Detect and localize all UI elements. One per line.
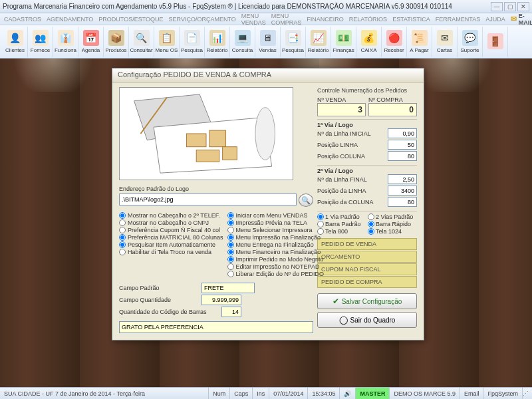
option-check[interactable]: Menu Impressão na Finalização: [227, 234, 324, 241]
via1-field: Posição COLUNA: [317, 151, 417, 161]
status-master: MASTER: [356, 388, 390, 399]
option-check[interactable]: Mostrar no Cabeçalho o CNPJ: [119, 219, 223, 226]
option-check[interactable]: Menu Financeiro na Finalização: [227, 249, 324, 255]
toolbar-pesquisa[interactable]: 📑Pesquisa: [281, 27, 306, 57]
via2-input[interactable]: [388, 174, 417, 184]
exit-icon: 🚪: [487, 33, 503, 49]
toolbar-caixa[interactable]: 💰CAIXA: [356, 27, 382, 57]
option-check[interactable]: Mostrar no Cabeçalho o 2º TELEF.: [119, 212, 223, 219]
barcode-qty-input[interactable]: [221, 307, 241, 317]
option-check[interactable]: Pesquisar Item Automaticamente: [119, 241, 223, 248]
toolbar-fornece[interactable]: 👥Fornece: [28, 27, 53, 57]
doc-type-box[interactable]: PEDIDO DE VENDA: [317, 238, 417, 250]
option-check[interactable]: Menu Selecionar Impressora: [227, 227, 324, 233]
layout-radio[interactable]: 1 Via Padrão: [317, 213, 366, 220]
via1-field: Posição LINHA: [317, 140, 417, 150]
option-check[interactable]: Preferência MATRICIAL 80 Colunas: [119, 234, 223, 241]
toolbar-produtos[interactable]: 📦Produtos: [104, 27, 129, 57]
menu-item[interactable]: SERVIÇO/ORÇAMENTO: [169, 16, 236, 23]
email-menu[interactable]: E-MAIL: [511, 13, 532, 26]
logo-path-label: Endereço Padrão do Logo: [119, 186, 313, 192]
campo-padrao-input[interactable]: [201, 283, 255, 293]
option-check[interactable]: Preferência Cupom Ñ Fiscal 40 col: [119, 227, 223, 233]
toolbar-consulta[interactable]: 💻Consulta: [230, 27, 255, 57]
consultar-icon: 🔍: [134, 30, 150, 46]
produtos-icon: 📦: [108, 30, 124, 46]
doc-type-box[interactable]: PEDIDO DE COMPRA: [317, 276, 417, 288]
menu os-icon: 📋: [159, 30, 175, 46]
toolbar-a pagar[interactable]: 📜A Pagar: [407, 27, 432, 57]
layout-radio[interactable]: Barra Padrão: [317, 221, 366, 227]
menu-item[interactable]: RELATÓRIOS: [349, 16, 387, 23]
via2-input[interactable]: [388, 197, 417, 207]
toolbar-consultar[interactable]: 🔍Consultar: [129, 27, 154, 57]
via1-input[interactable]: [388, 151, 417, 161]
toolbar-funciona[interactable]: 👔Funciona: [53, 27, 78, 57]
controle-label: Controle Numeração dos Pedidos: [317, 87, 417, 94]
toolbar-agenda[interactable]: 📅Agenda: [78, 27, 104, 57]
option-check[interactable]: Editar Impressão no NOTEPAD: [227, 263, 324, 270]
menu-item[interactable]: FERRAMENTAS: [436, 16, 480, 23]
toolbar-suporte[interactable]: 💬Suporte: [458, 27, 483, 57]
maximize-button[interactable]: ▢: [504, 2, 516, 11]
menu-item[interactable]: FINANCEIRO: [307, 16, 344, 23]
toolbar-receber[interactable]: 🔴Receber: [382, 27, 407, 57]
svg-rect-5: [196, 150, 219, 162]
layout-radio[interactable]: Tela 1024: [368, 228, 417, 235]
option-check[interactable]: Liberar Edição do Nº do PEDIDO: [227, 271, 324, 277]
status-caps: Caps: [230, 388, 253, 399]
via2-input[interactable]: [388, 186, 417, 196]
status-date: 07/01/2014: [269, 388, 308, 399]
option-check[interactable]: Impressão Prévia na TELA: [227, 219, 324, 226]
toolbar-clientes[interactable]: 👤Clientes: [3, 27, 28, 57]
layout-radio[interactable]: Tela 800: [317, 228, 366, 235]
menu-item[interactable]: AJUDA: [485, 16, 505, 23]
clientes-icon: 👤: [7, 30, 23, 46]
menu-item[interactable]: MENU COMPRAS: [271, 13, 302, 26]
status-time: 15:34:05: [308, 388, 340, 399]
status-fpq: FpqSystem: [483, 388, 523, 399]
option-check[interactable]: Iniciar com Menu VENDAS: [227, 212, 324, 219]
layout-radio[interactable]: 2 Vias Padrão: [368, 213, 417, 220]
menu-item[interactable]: ESTATISTICA: [392, 16, 430, 23]
minimize-button[interactable]: —: [491, 2, 503, 11]
menu-item[interactable]: PRODUTOS/ESTOQUE: [98, 16, 163, 23]
browse-logo-button[interactable]: 🔍: [299, 194, 313, 207]
toolbar-pesquisa[interactable]: 📄Pesquisa: [180, 27, 205, 57]
toolbar-exit[interactable]: 🚪: [483, 27, 508, 57]
toolbar-cartas[interactable]: ✉Cartas: [432, 27, 458, 57]
illustration: [119, 87, 293, 180]
toolbar-vendas[interactable]: 🖥Vendas: [255, 27, 281, 57]
suporte-icon: 💬: [462, 30, 478, 46]
layout-radio[interactable]: Barra Rápido: [368, 221, 417, 227]
status-num: Num: [209, 388, 230, 399]
option-check[interactable]: Habilitar di Tela Troco na venda: [119, 249, 223, 255]
toolbar-finanças[interactable]: 💵Finanças: [331, 27, 356, 57]
consulta-icon: 💻: [235, 30, 251, 46]
option-check[interactable]: Menu Entrega na Finalização: [227, 241, 324, 248]
via1-field: Nº da Linha INICIAL: [317, 128, 417, 138]
resize-grip[interactable]: ⋰: [523, 390, 532, 397]
window-title: Programa Marcenaria Financeiro com Agend…: [3, 3, 491, 10]
toolbar-menu os[interactable]: 📋Menu OS: [154, 27, 180, 57]
finanças-icon: 💵: [336, 30, 352, 46]
toolbar-relatório[interactable]: 📊Relatório: [205, 27, 230, 57]
doc-type-box[interactable]: ORCAMENTO: [317, 251, 417, 263]
menu-item[interactable]: AGENDAMENTO: [47, 16, 93, 23]
doc-type-box[interactable]: CUPOM NAO FISCAL: [317, 263, 417, 275]
close-button[interactable]: ✕: [517, 2, 529, 11]
save-config-button[interactable]: Salvar Configuração: [317, 293, 417, 309]
footer-text-input[interactable]: [119, 321, 313, 333]
via1-input[interactable]: [388, 128, 417, 138]
pesquisa-icon: 📑: [285, 30, 301, 46]
exit-button[interactable]: Sair do Quadro: [317, 312, 417, 328]
dialog-title: Configuração PEDIDO DE VENDA & COMPRA: [112, 68, 424, 83]
toolbar-relatório[interactable]: 📈Relatório: [306, 27, 331, 57]
via1-input[interactable]: [388, 140, 417, 150]
campo-qtd-input[interactable]: [201, 295, 241, 305]
option-check[interactable]: Imprimir Pedido no Modo Negrito: [227, 256, 324, 263]
menu-item[interactable]: MENU VENDAS: [241, 13, 266, 26]
logo-path-input[interactable]: [119, 194, 297, 205]
menu-item[interactable]: CADASTROS: [4, 16, 41, 23]
pesquisa-icon: 📄: [184, 30, 200, 46]
